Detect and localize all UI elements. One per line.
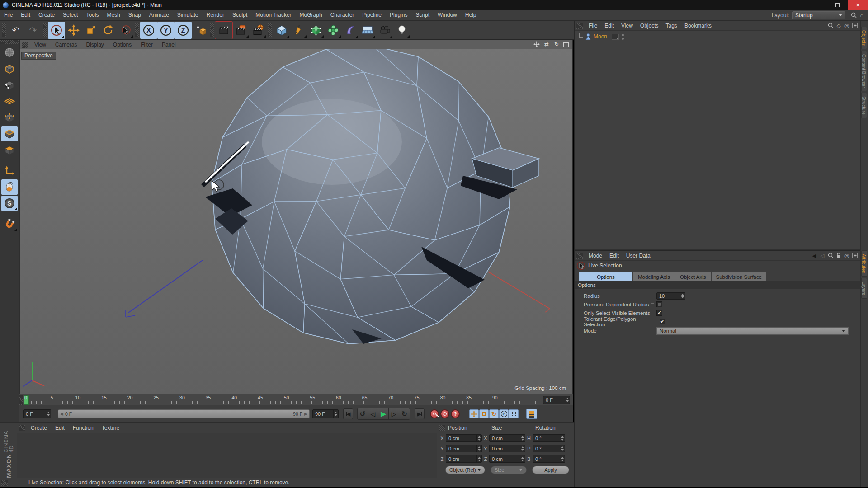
live-selection-tool[interactable] bbox=[48, 22, 65, 39]
viewport-menu-cameras[interactable]: Cameras bbox=[51, 42, 82, 48]
menu-select[interactable]: Select bbox=[59, 10, 82, 20]
object-row-moon[interactable]: Moon bbox=[578, 33, 860, 41]
tweak-mode-button[interactable] bbox=[1, 179, 18, 195]
om-menu-file[interactable]: File bbox=[585, 23, 601, 29]
tab-options[interactable]: Options bbox=[579, 272, 632, 281]
rotate-view-icon[interactable]: ↻ bbox=[552, 41, 561, 48]
coordinate-system-toggle[interactable] bbox=[192, 22, 209, 39]
light-button[interactable] bbox=[393, 22, 410, 39]
panel-grip[interactable] bbox=[439, 425, 445, 431]
spinner-icon[interactable] bbox=[333, 410, 338, 418]
range-left-arrow-icon[interactable]: ◀ bbox=[58, 412, 65, 416]
rotation-b-field[interactable]: 0 ° bbox=[533, 455, 565, 463]
edges-mode-button[interactable] bbox=[1, 126, 18, 141]
scale-tool[interactable] bbox=[82, 22, 99, 39]
spinner-icon[interactable] bbox=[46, 410, 51, 418]
menu-motion-tracker[interactable]: Motion Tracker bbox=[251, 10, 295, 20]
freehand-spline-button[interactable] bbox=[290, 22, 307, 39]
camera-button[interactable] bbox=[376, 22, 393, 39]
visible-elements-checkbox[interactable]: ✔ bbox=[656, 310, 662, 316]
size-x-field[interactable]: 0 cm bbox=[489, 434, 525, 442]
render-picture-viewer-button[interactable] bbox=[232, 22, 250, 39]
menu-mograph[interactable]: MoGraph bbox=[296, 10, 326, 20]
am-menu-userdata[interactable]: User Data bbox=[623, 253, 654, 259]
material-list-area[interactable] bbox=[17, 433, 437, 478]
mesh-canvas[interactable] bbox=[20, 49, 573, 394]
side-tab-layers[interactable]: Layers bbox=[861, 278, 867, 299]
position-x-field[interactable]: 0 cm bbox=[446, 434, 482, 442]
previous-key-button[interactable]: ↺ bbox=[358, 408, 368, 419]
menu-pipeline[interactable]: Pipeline bbox=[358, 10, 386, 20]
menu-edit[interactable]: Edit bbox=[17, 10, 34, 20]
toolbar-grip[interactable] bbox=[2, 23, 6, 37]
object-mode-dropdown[interactable]: Object (Rel) bbox=[445, 466, 485, 474]
subdivision-surface-button[interactable] bbox=[307, 22, 325, 39]
play-button[interactable]: ▶ bbox=[378, 408, 389, 419]
camera-label[interactable]: Perspective bbox=[21, 52, 56, 60]
am-menu-edit[interactable]: Edit bbox=[606, 253, 623, 259]
array-button[interactable] bbox=[325, 22, 342, 39]
om-menu-bookmarks[interactable]: Bookmarks bbox=[681, 23, 715, 29]
x-axis-lock[interactable]: X bbox=[140, 22, 157, 39]
range-right-arrow-icon[interactable]: ▶ bbox=[302, 412, 309, 416]
toolbar-grip[interactable] bbox=[268, 23, 272, 37]
search-icon[interactable] bbox=[850, 12, 857, 19]
undo-button[interactable]: ↶ bbox=[7, 22, 24, 39]
viewport-menu-filter[interactable]: Filter bbox=[136, 42, 157, 48]
menu-window[interactable]: Window bbox=[434, 10, 461, 20]
next-key-button[interactable]: ↻ bbox=[399, 408, 410, 419]
path-icon[interactable]: ◇ bbox=[835, 22, 842, 29]
workplane-mode-button[interactable] bbox=[1, 94, 18, 109]
keyframe-selection-button[interactable]: ? bbox=[451, 409, 460, 418]
size-z-field[interactable]: 0 cm bbox=[489, 455, 525, 463]
timeline-ruler[interactable]: 0510 152025 303540 455055 606570 758085 … bbox=[19, 394, 573, 405]
object-name[interactable]: Moon bbox=[594, 33, 607, 40]
menu-script[interactable]: Script bbox=[411, 10, 434, 20]
om-menu-edit[interactable]: Edit bbox=[601, 23, 618, 29]
side-tab-attributes[interactable]: Attributes bbox=[861, 250, 867, 277]
menu-simulate[interactable]: Simulate bbox=[173, 10, 203, 20]
floor-button[interactable] bbox=[359, 22, 376, 39]
tab-modeling-axis[interactable]: Modeling Axis bbox=[633, 272, 675, 281]
record-parameter-toggle[interactable]: P bbox=[499, 409, 509, 418]
deformer-button[interactable] bbox=[342, 22, 359, 39]
viewport-solo-button[interactable]: S bbox=[1, 196, 18, 211]
menu-snap[interactable]: Snap bbox=[124, 10, 145, 20]
size-y-field[interactable]: 0 cm bbox=[489, 445, 525, 452]
goto-end-button[interactable]: ▶ bbox=[415, 408, 425, 419]
last-used-tool[interactable] bbox=[117, 22, 134, 39]
menu-animate[interactable]: Animate bbox=[145, 10, 173, 20]
material-menu-function[interactable]: Function bbox=[69, 425, 98, 431]
move-tool[interactable] bbox=[65, 22, 82, 39]
side-tab-objects[interactable]: Objects bbox=[861, 27, 867, 49]
radius-field[interactable]: 10 bbox=[656, 292, 685, 300]
y-axis-lock[interactable]: Y bbox=[157, 22, 175, 39]
minimize-button[interactable] bbox=[807, 0, 827, 10]
size-mode-dropdown[interactable]: Size bbox=[491, 466, 527, 474]
render-view-button[interactable] bbox=[215, 22, 232, 39]
points-mode-button[interactable] bbox=[1, 110, 18, 125]
toggle-view-icon[interactable] bbox=[563, 42, 569, 47]
search-icon[interactable] bbox=[827, 252, 834, 259]
material-menu-create[interactable]: Create bbox=[27, 425, 51, 431]
menu-character[interactable]: Character bbox=[326, 10, 359, 20]
material-menu-edit[interactable]: Edit bbox=[51, 425, 69, 431]
spinner-icon[interactable] bbox=[680, 293, 685, 299]
panel-icon[interactable] bbox=[851, 22, 859, 29]
interface-icon[interactable]: ⌂ bbox=[858, 12, 865, 19]
position-y-field[interactable]: 0 cm bbox=[446, 445, 482, 452]
z-axis-lock[interactable]: Z bbox=[175, 22, 192, 39]
record-pla-toggle[interactable] bbox=[509, 409, 519, 418]
mode-dropdown[interactable]: Normal bbox=[656, 327, 849, 335]
make-editable-button[interactable] bbox=[1, 45, 18, 60]
viewport-menu-panel[interactable]: Panel bbox=[157, 42, 180, 48]
menu-tools[interactable]: Tools bbox=[82, 10, 103, 20]
viewport-perspective[interactable]: View Cameras Display Options Filter Pane… bbox=[19, 40, 573, 394]
autokey-button[interactable] bbox=[440, 409, 449, 418]
options-section-header[interactable]: Options bbox=[575, 281, 860, 289]
timeline-panel-button[interactable] bbox=[526, 409, 537, 419]
record-scale-toggle[interactable] bbox=[479, 409, 489, 418]
menu-sculpt[interactable]: Sculpt bbox=[228, 10, 251, 20]
panel-grip[interactable] bbox=[1, 480, 8, 486]
menu-create[interactable]: Create bbox=[34, 10, 59, 20]
